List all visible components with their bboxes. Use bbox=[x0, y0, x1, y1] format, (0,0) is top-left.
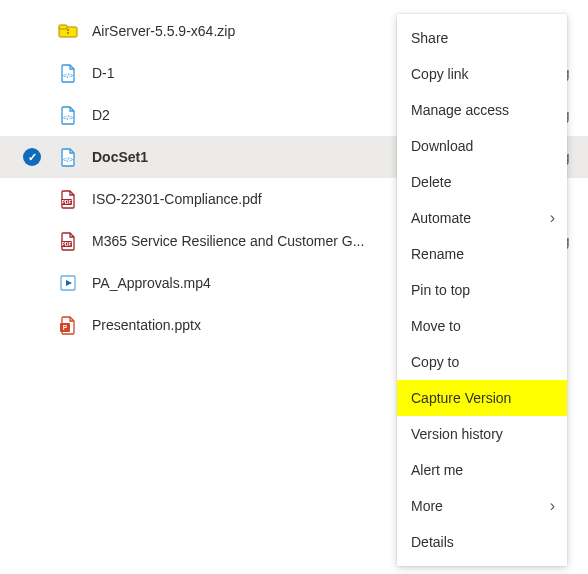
menu-item-share[interactable]: Share bbox=[397, 20, 567, 56]
context-menu: ShareCopy linkManage accessDownloadDelet… bbox=[397, 14, 567, 566]
aspx-file-icon: </> bbox=[44, 105, 92, 125]
menu-item-label: Capture Version bbox=[411, 390, 511, 406]
menu-item-label: Manage access bbox=[411, 102, 509, 118]
menu-item-label: Alert me bbox=[411, 462, 463, 478]
pptx-file-icon: P bbox=[44, 315, 92, 335]
svg-text:</>: </> bbox=[63, 156, 73, 163]
menu-item-copy-to[interactable]: Copy to bbox=[397, 344, 567, 380]
menu-item-label: Copy link bbox=[411, 66, 469, 82]
svg-rect-1 bbox=[59, 25, 67, 29]
menu-item-label: Delete bbox=[411, 174, 451, 190]
pdf-file-icon: PDF bbox=[44, 231, 92, 251]
menu-item-pin-to-top[interactable]: Pin to top bbox=[397, 272, 567, 308]
svg-text:</>: </> bbox=[63, 72, 73, 79]
menu-item-copy-link[interactable]: Copy link bbox=[397, 56, 567, 92]
file-name[interactable]: Presentation.pptx bbox=[92, 317, 440, 333]
menu-item-label: Version history bbox=[411, 426, 503, 442]
file-name[interactable]: ISO-22301-Compliance.pdf bbox=[92, 191, 440, 207]
file-name[interactable]: D2 bbox=[92, 107, 440, 123]
file-name[interactable]: DocSet1 bbox=[92, 149, 440, 165]
svg-text:</>: </> bbox=[63, 114, 73, 121]
svg-text:PDF: PDF bbox=[62, 199, 72, 205]
menu-item-move-to[interactable]: Move to bbox=[397, 308, 567, 344]
row-selector[interactable]: ✓ bbox=[20, 148, 44, 166]
menu-item-label: Copy to bbox=[411, 354, 459, 370]
menu-item-alert-me[interactable]: Alert me bbox=[397, 452, 567, 488]
checkmark-icon: ✓ bbox=[23, 148, 41, 166]
svg-text:PDF: PDF bbox=[62, 241, 72, 247]
menu-item-label: Pin to top bbox=[411, 282, 470, 298]
menu-item-label: More bbox=[411, 498, 443, 514]
file-name[interactable]: PA_Approvals.mp4 bbox=[92, 275, 440, 291]
svg-rect-3 bbox=[67, 32, 69, 34]
menu-item-more[interactable]: More bbox=[397, 488, 567, 524]
menu-item-delete[interactable]: Delete bbox=[397, 164, 567, 200]
menu-item-capture-version[interactable]: Capture Version bbox=[397, 380, 567, 416]
menu-item-manage-access[interactable]: Manage access bbox=[397, 92, 567, 128]
menu-item-automate[interactable]: Automate bbox=[397, 200, 567, 236]
menu-item-details[interactable]: Details bbox=[397, 524, 567, 560]
pdf-file-icon: PDF bbox=[44, 189, 92, 209]
svg-rect-2 bbox=[67, 29, 69, 31]
menu-item-label: Download bbox=[411, 138, 473, 154]
file-name[interactable]: D-1 bbox=[92, 65, 440, 81]
zip-file-icon bbox=[44, 21, 92, 41]
file-name[interactable]: M365 Service Resilience and Customer G..… bbox=[92, 233, 440, 249]
svg-text:P: P bbox=[63, 324, 68, 331]
menu-item-label: Rename bbox=[411, 246, 464, 262]
menu-item-label: Share bbox=[411, 30, 448, 46]
menu-item-rename[interactable]: Rename bbox=[397, 236, 567, 272]
menu-item-version-history[interactable]: Version history bbox=[397, 416, 567, 452]
aspx-file-icon: </> bbox=[44, 147, 92, 167]
menu-item-label: Automate bbox=[411, 210, 471, 226]
menu-item-label: Move to bbox=[411, 318, 461, 334]
menu-item-label: Details bbox=[411, 534, 454, 550]
aspx-file-icon: </> bbox=[44, 63, 92, 83]
file-name[interactable]: AirServer-5.5.9-x64.zip bbox=[92, 23, 440, 39]
video-file-icon bbox=[44, 273, 92, 293]
menu-item-download[interactable]: Download bbox=[397, 128, 567, 164]
